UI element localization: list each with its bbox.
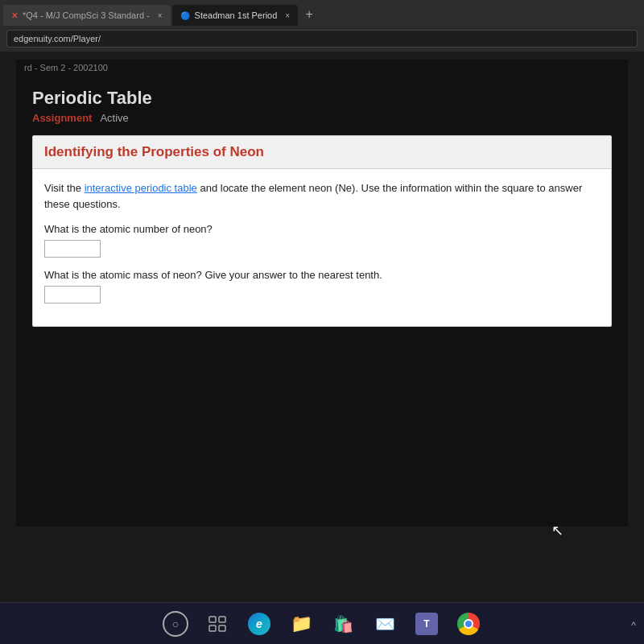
taskbar-chevron-icon[interactable]: ^ [631, 620, 636, 631]
card-body: Visit the interactive periodic table and… [33, 169, 611, 326]
page-content-area: rd - Sem 2 - 2002100 Periodic Table Assi… [0, 52, 644, 644]
x-favicon-icon: ✕ [11, 11, 18, 20]
tab-q4-label: *Q4 - M/J CompSci 3 Standard - [23, 10, 150, 20]
breadcrumb: rd - Sem 2 - 2002100 [16, 60, 628, 76]
windows-search-icon: ○ [163, 611, 188, 637]
chrome-inner-circle [464, 619, 473, 629]
microsoft-store-button[interactable]: 🛍️ [328, 609, 357, 638]
add-tab-button[interactable]: + [299, 5, 319, 24]
mail-icon: ✉️ [375, 614, 395, 634]
search-button[interactable]: ○ [161, 609, 190, 638]
intro-text: Visit the interactive periodic table and… [44, 180, 600, 212]
file-explorer-icon: 📁 [291, 613, 312, 634]
teams-icon: T [415, 613, 438, 635]
atomic-mass-input[interactable] [44, 286, 101, 303]
task-view-icon [208, 614, 227, 634]
svg-rect-1 [219, 617, 225, 622]
tab-steadman-close-icon[interactable]: × [285, 11, 290, 20]
teams-button[interactable]: T [412, 609, 441, 638]
inner-page: rd - Sem 2 - 2002100 Periodic Table Assi… [16, 60, 628, 526]
address-bar-row: edgenuity.com/Player/ [0, 26, 644, 52]
store-icon: 🛍️ [333, 614, 353, 634]
taskbar: ○ e 📁 🛍️ ✉️ T [0, 602, 644, 644]
browser-viewport: rd - Sem 2 - 2002100 Periodic Table Assi… [16, 60, 628, 526]
interactive-periodic-table-link[interactable]: interactive periodic table [85, 182, 197, 194]
edge-icon: e [248, 613, 270, 635]
tab-q4-compsci[interactable]: ✕ *Q4 - M/J CompSci 3 Standard - × [3, 5, 171, 26]
address-text: edgenuity.com/Player/ [14, 34, 101, 43]
question1-label: What is the atomic number of neon? [44, 223, 600, 235]
svg-rect-3 [219, 625, 225, 631]
svg-rect-2 [209, 625, 216, 631]
mail-button[interactable]: ✉️ [370, 609, 399, 638]
status-badge: Active [100, 112, 128, 124]
tab-steadman[interactable]: 🔵 Steadman 1st Period × [172, 5, 299, 26]
page-title: Periodic Table [32, 88, 612, 109]
edge-favicon-icon: 🔵 [180, 11, 190, 20]
svg-rect-0 [209, 617, 216, 622]
task-view-button[interactable] [203, 609, 232, 638]
chrome-button[interactable] [454, 609, 483, 638]
address-bar[interactable]: edgenuity.com/Player/ [6, 30, 638, 47]
atomic-number-input[interactable] [44, 240, 101, 258]
question2-label: What is the atomic mass of neon? Give yo… [44, 269, 600, 281]
tab-steadman-label: Steadman 1st Period [195, 10, 278, 20]
tab-q4-close-icon[interactable]: × [158, 11, 163, 20]
tab-bar: ✕ *Q4 - M/J CompSci 3 Standard - × 🔵 Ste… [0, 0, 644, 26]
chrome-icon [457, 613, 480, 635]
search-circle-icon: ○ [172, 617, 179, 630]
main-area: Periodic Table Assignment Active Identif… [16, 76, 628, 526]
assignment-link[interactable]: Assignment [32, 112, 92, 124]
intro-part1: Visit the [44, 182, 85, 194]
browser-window: ✕ *Q4 - M/J CompSci 3 Standard - × 🔵 Ste… [0, 0, 644, 644]
card-header: Identifying the Properties of Neon [33, 136, 611, 169]
edge-browser-button[interactable]: e [245, 609, 274, 638]
content-card: Identifying the Properties of Neon Visit… [32, 135, 612, 327]
file-explorer-button[interactable]: 📁 [287, 609, 316, 638]
status-row: Assignment Active [32, 112, 612, 124]
breadcrumb-text: rd - Sem 2 - 2002100 [24, 63, 108, 72]
card-title: Identifying the Properties of Neon [44, 144, 600, 160]
